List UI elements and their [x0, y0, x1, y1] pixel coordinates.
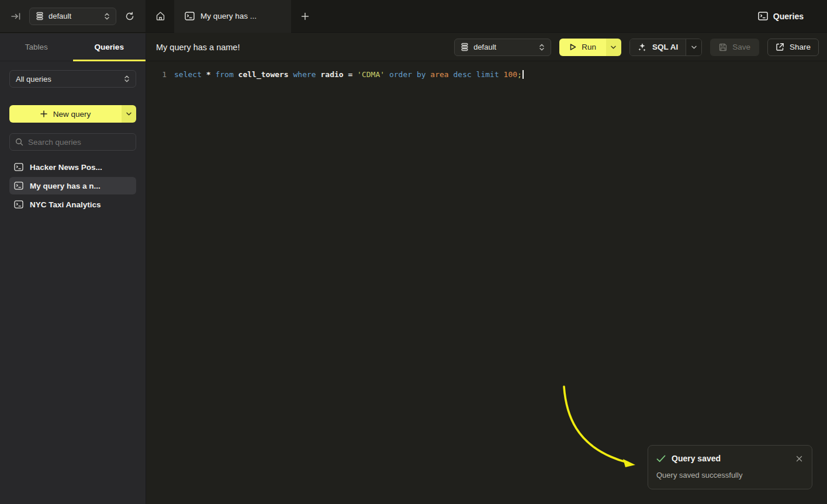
collapse-sidebar-icon — [11, 12, 21, 20]
query-list: Hacker News Pos... My query has a n... N… — [9, 158, 136, 213]
topbar-left: default — [0, 0, 146, 32]
run-button-label: Run — [582, 43, 596, 51]
run-dropdown-button[interactable] — [606, 39, 621, 56]
sql-ai-button[interactable]: SQL AI — [630, 39, 686, 55]
plus-icon — [301, 12, 309, 20]
topbar-tabstrip: My query has ... Queries — [146, 0, 827, 32]
editor-tab[interactable]: My query has ... — [174, 0, 291, 33]
chevron-down-icon — [126, 112, 132, 116]
chevron-down-icon — [691, 46, 697, 49]
close-icon — [796, 456, 802, 462]
updown-chevrons-icon — [539, 43, 545, 51]
topbar-database-value: default — [49, 12, 71, 20]
toast-message: Query saved successfully — [656, 471, 804, 479]
console-icon — [14, 163, 23, 171]
new-query-label: New query — [53, 110, 91, 119]
tab-tables[interactable]: Tables — [0, 33, 73, 61]
queries-indicator[interactable]: Queries — [758, 12, 804, 21]
main-area: My query has a name! default Run — [147, 33, 827, 504]
plus-icon — [40, 110, 47, 117]
collapse-sidebar-button[interactable] — [8, 9, 23, 24]
new-query-split-button: New query — [9, 105, 136, 123]
console-icon — [185, 12, 195, 20]
queries-indicator-label: Queries — [773, 12, 804, 21]
updown-chevrons-icon — [104, 12, 110, 20]
query-list-item[interactable]: My query has a n... — [9, 177, 136, 194]
editor-tab-label: My query has ... — [200, 12, 257, 20]
sidebar-body: All queries New query — [0, 61, 146, 213]
toast-query-saved: Query saved Query saved successfully — [648, 445, 812, 489]
refresh-icon — [125, 12, 134, 21]
share-button[interactable]: Share — [767, 39, 819, 56]
save-button[interactable]: Save — [710, 39, 759, 56]
toast-header: Query saved — [656, 454, 804, 463]
line-number: 1 — [154, 69, 167, 81]
save-icon — [719, 43, 727, 51]
query-list-item-label: Hacker News Pos... — [30, 163, 102, 172]
query-filter-value: All queries — [16, 75, 51, 84]
database-icon — [36, 12, 44, 20]
database-icon — [461, 43, 469, 51]
editor-header: My query has a name! default Run — [147, 33, 827, 61]
query-filter-selector[interactable]: All queries — [9, 70, 136, 88]
new-query-dropdown-button[interactable] — [122, 105, 136, 123]
query-list-item[interactable]: NYC Taxi Analytics — [9, 196, 136, 213]
save-button-label: Save — [732, 43, 750, 51]
tab-queries[interactable]: Queries — [73, 33, 146, 61]
play-icon — [569, 43, 576, 51]
sql-ai-split-button: SQL AI — [629, 39, 702, 56]
console-icon — [14, 182, 23, 190]
query-list-item-label: NYC Taxi Analytics — [30, 200, 101, 209]
code-line[interactable]: 1 select * from cell_towers where radio … — [147, 69, 827, 81]
text-cursor — [523, 70, 524, 79]
search-queries-input[interactable] — [28, 138, 132, 147]
updown-chevrons-icon — [124, 75, 130, 83]
run-button[interactable]: Run — [559, 39, 606, 56]
sidebar-tabs: Tables Queries — [0, 33, 146, 61]
run-split-button: Run — [559, 39, 621, 56]
page-title: My query has a name! — [156, 43, 446, 52]
sql-ai-label: SQL AI — [652, 43, 678, 51]
refresh-button[interactable] — [122, 9, 137, 24]
editor-database-selector[interactable]: default — [454, 39, 551, 56]
check-icon — [656, 455, 666, 463]
new-tab-button[interactable] — [291, 0, 319, 33]
query-list-item[interactable]: Hacker News Pos... — [9, 158, 136, 176]
home-button[interactable] — [146, 0, 174, 33]
search-icon — [15, 138, 23, 146]
console-icon — [14, 200, 23, 208]
home-icon — [155, 11, 165, 21]
sql-editor[interactable]: 1 select * from cell_towers where radio … — [147, 61, 827, 81]
toast-close-button[interactable] — [794, 454, 804, 463]
sql-ai-dropdown-button[interactable] — [686, 39, 701, 55]
share-icon — [776, 43, 784, 51]
editor-database-value: default — [473, 43, 496, 51]
new-query-button[interactable]: New query — [9, 105, 122, 123]
code-content: select * from cell_towers where radio = … — [174, 69, 524, 81]
sidebar: Tables Queries All queries New query — [0, 33, 146, 504]
share-button-label: Share — [790, 43, 811, 51]
query-list-item-label: My query has a n... — [30, 182, 101, 190]
console-icon — [758, 12, 768, 20]
chevron-down-icon — [611, 46, 616, 49]
topbar: default — [0, 0, 827, 33]
sparkles-icon — [638, 43, 647, 52]
topbar-database-selector[interactable]: default — [29, 8, 116, 25]
toast-title: Query saved — [672, 454, 788, 463]
search-queries-box — [9, 133, 136, 151]
